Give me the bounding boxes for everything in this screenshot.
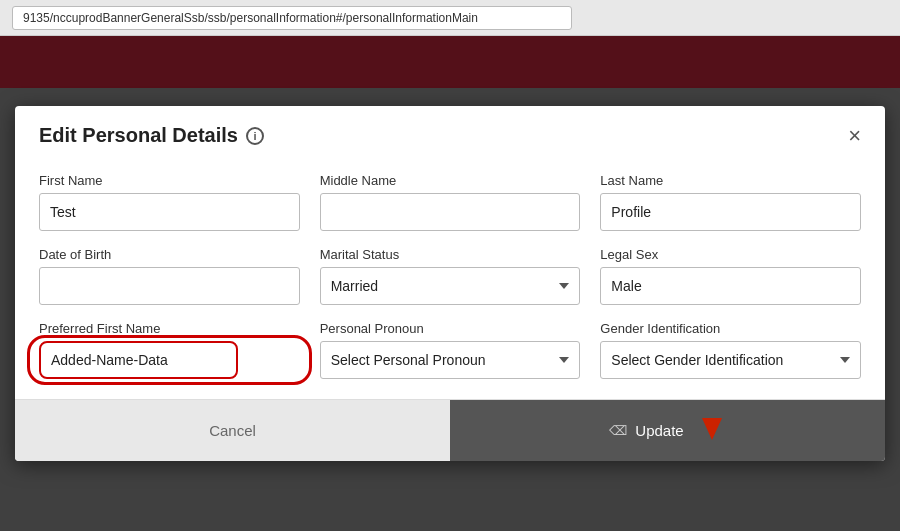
last-name-input[interactable]: [600, 193, 861, 231]
form-row-2: Date of Birth Marital Status Married Sin…: [39, 247, 861, 305]
modal-title-text: Edit Personal Details: [39, 124, 238, 147]
url-bar: 9135/nccuprodBannerGeneralSsb/ssb/person…: [12, 6, 572, 30]
arrow-down-icon: [698, 416, 726, 445]
cursor-icon: ⌫: [609, 423, 627, 438]
middle-name-label: Middle Name: [320, 173, 581, 188]
modal-title: Edit Personal Details i: [39, 124, 264, 147]
form-row-3: Preferred First Name Personal Pronoun Se…: [39, 321, 861, 379]
dob-input[interactable]: [39, 267, 300, 305]
personal-pronoun-group: Personal Pronoun Select Personal Pronoun…: [320, 321, 581, 379]
modal-header: Edit Personal Details i ×: [15, 106, 885, 157]
gender-id-label: Gender Identification: [600, 321, 861, 336]
middle-name-input[interactable]: [320, 193, 581, 231]
form-row-1: First Name Middle Name Last Name: [39, 173, 861, 231]
svg-marker-0: [702, 418, 722, 440]
info-icon[interactable]: i: [246, 127, 264, 145]
marital-status-label: Marital Status: [320, 247, 581, 262]
gender-id-group: Gender Identification Select Gender Iden…: [600, 321, 861, 379]
close-button[interactable]: ×: [848, 125, 861, 147]
preferred-name-label: Preferred First Name: [39, 321, 300, 336]
last-name-group: Last Name: [600, 173, 861, 231]
modal-overlay: Edit Personal Details i × First Name Mid…: [0, 36, 900, 531]
middle-name-group: Middle Name: [320, 173, 581, 231]
preferred-name-group: Preferred First Name: [39, 321, 300, 379]
modal-footer: Cancel ⌫ Update: [15, 399, 885, 461]
preferred-name-wrapper: [39, 341, 300, 379]
first-name-label: First Name: [39, 173, 300, 188]
first-name-group: First Name: [39, 173, 300, 231]
gender-id-select[interactable]: Select Gender Identification Male Female…: [600, 341, 861, 379]
marital-status-select[interactable]: Married Single Divorced: [320, 267, 581, 305]
first-name-input[interactable]: [39, 193, 300, 231]
browser-bar: 9135/nccuprodBannerGeneralSsb/ssb/person…: [0, 0, 900, 36]
legal-sex-group: Legal Sex: [600, 247, 861, 305]
preferred-name-input[interactable]: [39, 341, 238, 379]
personal-pronoun-select[interactable]: Select Personal Pronoun He/Him She/Her T…: [320, 341, 581, 379]
last-name-label: Last Name: [600, 173, 861, 188]
edit-personal-details-modal: Edit Personal Details i × First Name Mid…: [15, 106, 885, 461]
update-button[interactable]: ⌫ Update: [450, 400, 885, 461]
update-label: Update: [635, 422, 683, 439]
legal-sex-input[interactable]: [600, 267, 861, 305]
cancel-button[interactable]: Cancel: [15, 400, 450, 461]
modal-body: First Name Middle Name Last Name Date of…: [15, 157, 885, 395]
dob-label: Date of Birth: [39, 247, 300, 262]
marital-status-group: Marital Status Married Single Divorced: [320, 247, 581, 305]
dob-group: Date of Birth: [39, 247, 300, 305]
personal-pronoun-label: Personal Pronoun: [320, 321, 581, 336]
legal-sex-label: Legal Sex: [600, 247, 861, 262]
